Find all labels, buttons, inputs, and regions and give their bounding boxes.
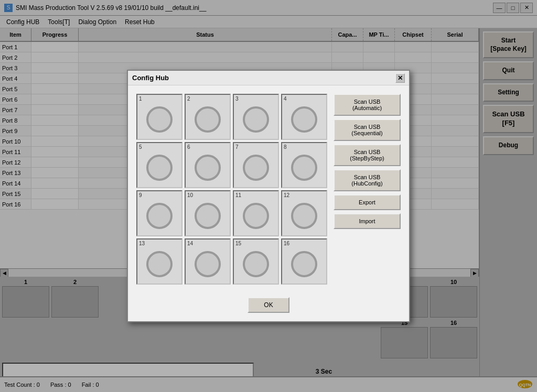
port-cell-15[interactable]: 15 <box>233 238 279 285</box>
import-button[interactable]: Import <box>334 213 401 229</box>
port-cell-11[interactable]: 11 <box>233 190 279 236</box>
port-grid: 1 2 3 4 <box>136 94 327 285</box>
port-circle-11 <box>243 203 269 229</box>
port-cell-3[interactable]: 3 <box>233 94 279 140</box>
port-circle-container-5 <box>139 150 180 186</box>
port-num-13: 13 <box>139 241 145 246</box>
port-num-4: 4 <box>284 96 287 102</box>
port-circle-3 <box>243 106 269 133</box>
port-num-6: 6 <box>187 145 190 150</box>
port-cell-12[interactable]: 12 <box>281 190 327 236</box>
port-circle-container-9 <box>139 198 180 234</box>
port-cell-6[interactable]: 6 <box>185 142 231 188</box>
port-num-15: 15 <box>235 241 241 246</box>
port-circle-container-12 <box>284 198 325 234</box>
dialog-footer: OK <box>128 293 409 321</box>
port-num-7: 7 <box>235 145 239 150</box>
port-num-16: 16 <box>284 241 289 246</box>
port-circle-9 <box>146 203 173 229</box>
port-num-2: 2 <box>187 96 190 102</box>
port-cell-14[interactable]: 14 <box>185 238 231 285</box>
port-cell-10[interactable]: 10 <box>185 190 231 236</box>
port-circle-container-2 <box>187 102 228 137</box>
port-cell-9[interactable]: 9 <box>136 190 182 236</box>
dialog-right-panel: Scan USB(Automatic) Scan USB(Sequential)… <box>334 94 401 285</box>
port-circle-container-13 <box>139 246 180 282</box>
port-circle-container-7 <box>235 150 276 186</box>
port-cell-7[interactable]: 7 <box>233 142 279 188</box>
port-num-9: 9 <box>139 193 142 198</box>
port-cell-13[interactable]: 13 <box>136 238 182 285</box>
port-circle-8 <box>291 155 317 181</box>
port-circle-container-8 <box>284 150 325 186</box>
port-circle-container-10 <box>187 198 228 234</box>
dialog-title-bar: Config Hub ✕ <box>128 71 409 85</box>
config-hub-dialog: Config Hub ✕ 1 2 <box>127 70 410 322</box>
port-cell-8[interactable]: 8 <box>281 142 327 188</box>
port-circle-container-11 <box>235 198 276 234</box>
dialog-body: 1 2 3 4 <box>128 85 409 293</box>
scan-usb-sequential-button[interactable]: Scan USB(Sequential) <box>334 119 401 141</box>
port-circle-13 <box>146 251 173 277</box>
port-num-8: 8 <box>284 145 287 150</box>
export-button[interactable]: Export <box>334 194 401 210</box>
port-cell-4[interactable]: 4 <box>281 94 327 140</box>
port-cell-5[interactable]: 5 <box>136 142 182 188</box>
port-circle-10 <box>195 203 221 229</box>
port-cell-1[interactable]: 1 <box>136 94 182 140</box>
ok-button[interactable]: OK <box>248 297 289 313</box>
port-circle-4 <box>291 106 317 133</box>
dialog-title: Config Hub <box>132 74 169 82</box>
port-circle-container-15 <box>235 246 276 282</box>
port-circle-6 <box>195 155 221 181</box>
port-num-10: 10 <box>187 193 193 198</box>
port-circle-14 <box>195 251 221 277</box>
port-circle-2 <box>195 106 221 133</box>
port-circle-16 <box>291 251 317 277</box>
port-circle-container-3 <box>235 102 276 137</box>
port-circle-container-4 <box>284 102 325 137</box>
port-num-5: 5 <box>139 145 142 150</box>
port-circle-container-14 <box>187 246 228 282</box>
scan-usb-automatic-button[interactable]: Scan USB(Automatic) <box>334 94 401 116</box>
port-circle-12 <box>291 203 317 229</box>
scan-usb-stepbystep-button[interactable]: Scan USB(StepByStep) <box>334 144 401 166</box>
port-circle-5 <box>146 155 173 181</box>
port-cell-16[interactable]: 16 <box>281 238 327 285</box>
port-circle-container-6 <box>187 150 228 186</box>
port-circle-1 <box>146 106 173 133</box>
dialog-close-button[interactable]: ✕ <box>395 73 405 83</box>
port-num-14: 14 <box>187 241 193 246</box>
scan-usb-hubconfig-button[interactable]: Scan USB(HubConfig) <box>334 169 401 191</box>
port-num-1: 1 <box>139 96 142 102</box>
port-num-11: 11 <box>235 193 241 198</box>
port-circle-7 <box>243 155 269 181</box>
port-num-12: 12 <box>284 193 289 198</box>
port-circle-container-16 <box>284 246 325 282</box>
port-circle-15 <box>243 251 269 277</box>
port-cell-2[interactable]: 2 <box>185 94 231 140</box>
modal-overlay: Config Hub ✕ 1 2 <box>0 0 537 392</box>
port-num-3: 3 <box>235 96 239 102</box>
port-circle-container-1 <box>139 102 180 137</box>
